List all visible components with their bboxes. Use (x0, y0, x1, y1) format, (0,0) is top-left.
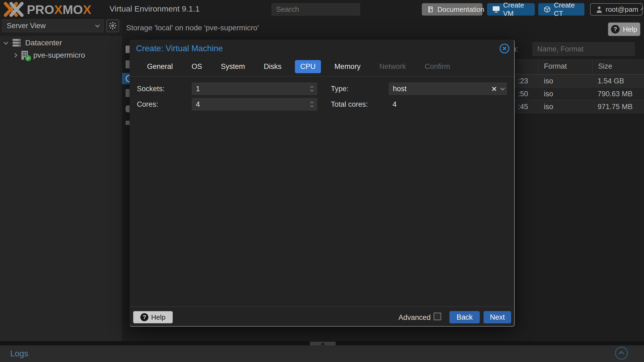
chevron-down-icon[interactable] (500, 86, 505, 91)
create-vm-button[interactable]: Create VM (487, 3, 535, 16)
dialog-help-button[interactable]: ? Help (133, 311, 173, 323)
divider (130, 306, 514, 307)
create-vm-label: Create VM (503, 1, 529, 18)
sockets-label: Sockets: (137, 85, 165, 93)
content-title: Storage 'local' on node 'pve-supermicro' (126, 24, 259, 32)
help-button[interactable]: ? Help (608, 23, 640, 36)
cell-format: iso (544, 87, 553, 100)
tree-expander-icon[interactable] (4, 40, 8, 45)
proxmox-app: PROXMOX Virtual Environment 9.1.1 Docume… (0, 0, 644, 362)
chevron-up-icon (619, 351, 624, 356)
type-combo-input[interactable] (389, 83, 507, 95)
tab-network: Network (374, 60, 411, 73)
user-label: root@pam (606, 5, 638, 14)
number-spinner[interactable] (309, 83, 315, 95)
dialog-title: Create: Virtual Machine (136, 44, 223, 53)
server-stack-icon (12, 38, 21, 47)
back-button[interactable]: Back (449, 311, 480, 323)
question-circle-icon: ? (140, 313, 148, 321)
chevron-up-circle-icon[interactable] (615, 347, 628, 360)
gear-icon (109, 22, 117, 30)
spinner-down-icon[interactable] (310, 88, 314, 92)
total-cores-value: 4 (393, 100, 397, 109)
user-menu-button[interactable]: root@pam (590, 3, 643, 16)
wordmark-part: X (83, 2, 91, 17)
column-header-size[interactable]: Size (598, 60, 612, 73)
monitor-icon (492, 6, 500, 13)
tab-system[interactable]: System (215, 60, 250, 73)
create-ct-button[interactable]: Create CT (538, 3, 584, 16)
column-divider[interactable] (538, 61, 538, 74)
advanced-checkbox[interactable] (434, 313, 441, 320)
total-cores-label: Total cores: (331, 100, 368, 109)
wordmark-part: PRO (27, 2, 54, 17)
online-check-icon: ✓ (25, 55, 31, 61)
cell-size: 790.63 MB (598, 87, 633, 100)
spinner-down-icon[interactable] (310, 104, 314, 107)
clear-icon[interactable]: × (492, 84, 497, 93)
tree-item-datacenter[interactable]: Datacenter (0, 38, 122, 48)
version-label: Virtual Environment 9.1.1 (109, 4, 200, 13)
tree-expander-icon[interactable] (13, 53, 17, 58)
dialog-tabs: General OS System Disks CPU Memory Netwo… (142, 60, 455, 73)
wordmark-part: MO (63, 2, 83, 17)
view-selector-value: Server View (7, 22, 46, 30)
building-check-icon: ✓ (20, 50, 29, 60)
tree-item-node[interactable]: ✓ pve-supermicro (0, 50, 122, 61)
triangle-up-icon (320, 342, 325, 345)
resource-tree: Datacenter ✓ pve-sup (0, 35, 122, 341)
documentation-button[interactable]: Documentation (422, 3, 482, 16)
chevron-down-icon (641, 8, 643, 10)
chevron-down-icon (95, 23, 100, 28)
tree-item-label: Datacenter (25, 39, 62, 47)
wordmark-part: X (54, 2, 63, 17)
cell-format: iso (544, 100, 553, 113)
create-vm-dialog: Create: Virtual Machine × General OS Sys… (130, 40, 515, 327)
number-spinner[interactable] (309, 98, 315, 110)
tab-memory[interactable]: Memory (329, 60, 366, 73)
top-bar: PROXMOX Virtual Environment 9.1.1 Docume… (0, 0, 644, 19)
logs-bar: Logs (0, 345, 644, 362)
documentation-label: Documentation (437, 5, 484, 14)
cores-input[interactable] (192, 98, 317, 110)
search-input[interactable] (272, 3, 360, 16)
type-label: Type: (331, 85, 349, 93)
tab-disks[interactable]: Disks (258, 60, 287, 73)
column-divider[interactable] (592, 61, 592, 74)
tab-general[interactable]: General (142, 60, 178, 73)
tab-cpu[interactable]: CPU (295, 60, 321, 73)
user-icon (596, 6, 602, 13)
storage-filter-input[interactable] (533, 42, 635, 56)
divider (130, 76, 514, 77)
view-settings-button[interactable] (106, 19, 119, 32)
cores-label: Cores: (137, 100, 158, 109)
create-ct-label: Create CT (554, 1, 579, 18)
advanced-label: Advanced (398, 313, 431, 322)
sidebar: Server View (0, 19, 122, 341)
view-selector[interactable]: Server View (2, 19, 104, 32)
tab-confirm: Confirm (419, 60, 456, 73)
tree-item-label: pve-supermicro (33, 51, 85, 60)
splitter-grab-handle[interactable] (310, 342, 336, 345)
logs-label[interactable]: Logs (10, 349, 28, 359)
tab-os[interactable]: OS (186, 60, 207, 73)
close-circle-icon[interactable]: × (500, 44, 509, 53)
cube-icon (544, 6, 551, 13)
dialog-help-label: Help (151, 313, 165, 322)
next-button[interactable]: Next (484, 311, 511, 323)
help-label: Help (623, 25, 637, 34)
book-icon (427, 6, 434, 13)
cell-size: 1.54 GB (598, 75, 624, 87)
sockets-input[interactable] (192, 83, 317, 95)
proxmox-wordmark: PROXMOX (27, 2, 91, 17)
cell-size: 971.75 MB (598, 100, 633, 113)
proxmox-logo-icon (3, 1, 25, 17)
column-header-format[interactable]: Format (544, 60, 567, 73)
cell-format: iso (544, 75, 553, 87)
question-circle-icon: ? (611, 25, 620, 34)
